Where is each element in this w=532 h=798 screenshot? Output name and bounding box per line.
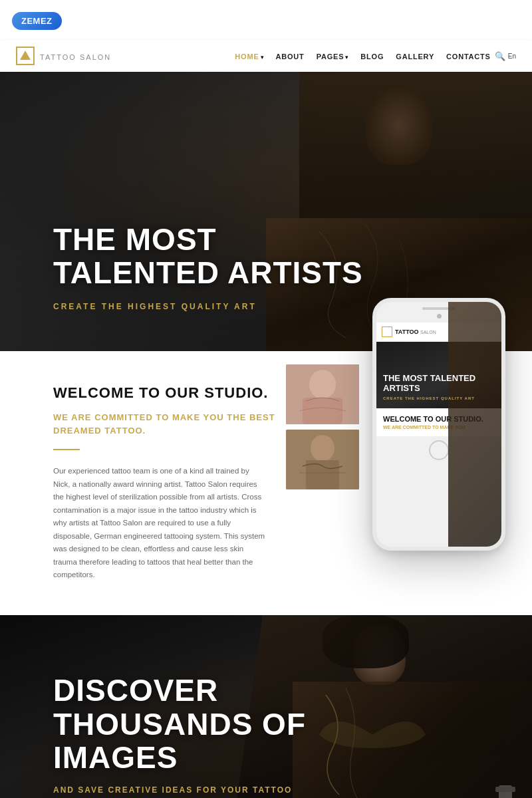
nav-link-contacts[interactable]: CONTACTS: [446, 53, 491, 61]
svg-rect-9: [495, 787, 515, 792]
dark-title: DISCOVER THOUSANDS OF IMAGES: [53, 674, 386, 775]
chevron-down-icon: ▾: [345, 54, 348, 61]
language-selector[interactable]: En: [508, 53, 516, 60]
phone-hero: THE MOST TALENTED ARTISTS CREATE THE HIG…: [376, 342, 501, 408]
phone-camera: [437, 314, 442, 319]
phone-mockup: TATTOO SALON THE MOST TALENTED ARTISTS C…: [372, 298, 505, 551]
woman-hair: [323, 615, 409, 668]
hero-content: THE MOST TALENTED ARTISTS CREATE THE HIG…: [0, 223, 372, 311]
nav-logo[interactable]: TATTOO SALON: [16, 47, 235, 65]
photo-svg-2: [286, 430, 359, 489]
zemez-badge[interactable]: ZEMEZ: [12, 12, 62, 30]
nav-item-blog[interactable]: BLOG: [360, 50, 384, 62]
nav-links: HOME▾ ABOUT PAGES▾ BLOG GALLERY CONTACTS: [235, 50, 490, 62]
phone-logo-text: TATTOO SALON: [395, 329, 436, 335]
nav-item-home[interactable]: HOME▾: [235, 50, 263, 62]
middle-content: WELCOME TO OUR STUDIO. WE ARE COMMITTED …: [0, 351, 319, 615]
navigation: TATTOO SALON HOME▾ ABOUT PAGES▾ BLOG GAL…: [0, 40, 532, 72]
hero-subtitle: CREATE THE HIGHEST QUALITY ART: [53, 302, 372, 311]
photo-svg-1: [286, 364, 359, 424]
hero-title: THE MOST TALENTED ARTISTS: [53, 223, 372, 290]
chevron-down-icon: ▾: [261, 54, 264, 61]
nav-item-contacts[interactable]: CONTACTS: [446, 50, 491, 62]
svg-rect-2: [303, 398, 342, 424]
nav-link-home[interactable]: HOME: [235, 53, 259, 61]
logo-icon: [16, 47, 35, 65]
tattoo-machine-svg: [485, 779, 525, 798]
photo-tile-1: [286, 364, 359, 424]
search-icon[interactable]: 🔍: [495, 51, 505, 61]
phone-hero-title: THE MOST TALENTED ARTISTS: [383, 373, 495, 394]
nav-item-pages[interactable]: PAGES▾: [317, 50, 349, 62]
nav-item-about[interactable]: ABOUT: [276, 50, 305, 62]
phone-logo-icon: [382, 327, 392, 337]
photo-tile-2: [286, 430, 359, 489]
tattoo-machine: [485, 779, 525, 798]
phone-home-button[interactable]: [429, 440, 449, 460]
logo-text: TATTOO SALON: [40, 51, 111, 62]
phone-hero-bg: [448, 302, 501, 547]
middle-photos: [286, 364, 359, 489]
dark-subtitle: AND SAVE CREATIVE IDEAS FOR YOUR TATTOO: [53, 785, 386, 795]
phone-hero-sub: CREATE THE HIGHEST QUALITY ART: [383, 396, 495, 400]
nav-link-blog[interactable]: BLOG: [360, 53, 384, 61]
section-heading: WELCOME TO OUR STUDIO.: [53, 384, 286, 402]
phone-hero-content: THE MOST TALENTED ARTISTS CREATE THE HIG…: [383, 373, 495, 400]
section-body: Our experienced tattoo team is one of a …: [53, 465, 266, 582]
dark-section: DISCOVER THOUSANDS OF IMAGES AND SAVE CR…: [0, 615, 532, 798]
svg-point-4: [311, 435, 334, 462]
nav-item-gallery[interactable]: GALLERY: [396, 50, 434, 62]
section-subheading: WE ARE COMMITTED TO MAKE YOU THE BEST DR…: [53, 411, 286, 437]
nav-link-pages[interactable]: PAGES: [317, 53, 344, 61]
nav-link-gallery[interactable]: GALLERY: [396, 53, 434, 61]
dark-content: DISCOVER THOUSANDS OF IMAGES AND SAVE CR…: [0, 674, 386, 795]
middle-section: WELCOME TO OUR STUDIO. WE ARE COMMITTED …: [0, 351, 532, 615]
svg-point-1: [309, 370, 336, 399]
section-divider: [53, 449, 80, 450]
nav-link-about[interactable]: ABOUT: [276, 53, 305, 61]
figure-head: [366, 85, 432, 165]
